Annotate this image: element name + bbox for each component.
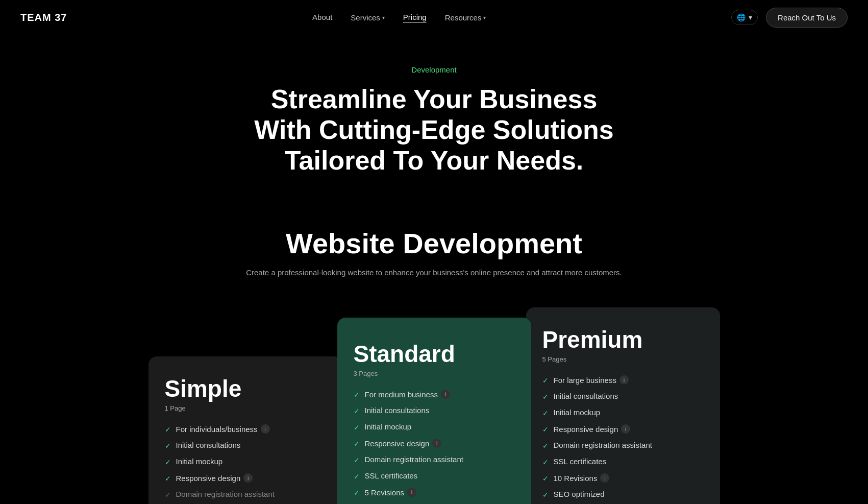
nav-right: 🌐 ▾ Reach Out To Us xyxy=(731,8,848,28)
feature-text: SSL certificates xyxy=(554,457,607,466)
list-item: ✓ SSL certificates xyxy=(542,457,704,466)
plan-pages-standard: 3 Pages xyxy=(354,370,515,377)
list-item: ✓ Responsive design i xyxy=(354,439,515,448)
feature-text: Initial consultations xyxy=(365,406,430,415)
list-item: ✓ For medium business i xyxy=(354,390,515,399)
nav-item-resources[interactable]: Resources ▾ xyxy=(445,13,486,22)
nav-link-pricing[interactable]: Pricing xyxy=(403,13,427,21)
info-icon[interactable]: i xyxy=(432,439,441,448)
check-icon: ✓ xyxy=(165,442,171,450)
nav-item-pricing[interactable]: Pricing xyxy=(403,13,427,22)
plan-card-simple: Simple 1 Page ✓ For individuals/business… xyxy=(148,356,342,504)
chevron-down-icon: ▾ xyxy=(382,15,385,20)
feature-text: Initial consultations xyxy=(176,441,241,449)
feature-list-premium: ✓ For large business i ✓ Initial consult… xyxy=(542,375,704,499)
lang-chevron: ▾ xyxy=(749,13,752,21)
plan-name-premium: Premium xyxy=(542,326,704,353)
plan-card-standard: Standard 3 Pages ✓ For medium business i… xyxy=(337,318,531,504)
list-item: ✓ 10 Revisions i xyxy=(542,473,704,483)
check-icon: ✓ xyxy=(542,491,549,499)
list-item: ✓ For large business i xyxy=(542,375,704,385)
nav-item-about[interactable]: About xyxy=(312,13,332,22)
pricing-section: Website Development Create a professiona… xyxy=(0,217,868,504)
feature-text: 10 Revisions i xyxy=(554,473,610,483)
pricing-cards: Simple 1 Page ✓ For individuals/business… xyxy=(31,307,837,504)
plan-pages-premium: 5 Pages xyxy=(542,355,704,363)
feature-text: Domain registration assistant xyxy=(365,455,463,464)
pricing-title: Website Development xyxy=(31,227,837,260)
info-icon[interactable]: i xyxy=(441,390,450,399)
feature-text: For large business i xyxy=(554,375,629,385)
info-icon[interactable]: i xyxy=(261,424,270,434)
feature-text: Responsive design i xyxy=(176,473,253,483)
check-icon: ✓ xyxy=(542,458,549,466)
info-icon[interactable]: i xyxy=(407,488,416,497)
info-icon[interactable]: i xyxy=(621,424,630,434)
hero-title-line2: With Cutting-Edge Solutions xyxy=(254,115,613,145)
check-icon: ✓ xyxy=(354,472,360,481)
check-icon: ✓ xyxy=(354,489,360,497)
list-item: ✓ Initial consultations xyxy=(165,441,326,450)
feature-text: Domain registration assistant xyxy=(176,490,275,498)
pricing-subtitle: Create a professional-looking website to… xyxy=(31,268,837,277)
brand-name: TEAM 37 xyxy=(20,12,67,23)
nav-item-services[interactable]: Services ▾ xyxy=(351,13,385,22)
reach-out-button[interactable]: Reach Out To Us xyxy=(766,8,848,28)
check-icon: ✓ xyxy=(354,391,360,399)
check-icon: ✓ xyxy=(354,440,360,448)
feature-text: Responsive design i xyxy=(365,439,442,448)
feature-text: Initial mockup xyxy=(365,422,412,431)
list-item: ✓ Responsive design i xyxy=(542,424,704,434)
list-item: ✓ Initial mockup xyxy=(165,457,326,466)
list-item: ✓ Initial mockup xyxy=(542,408,704,417)
logo: TEAM 37 xyxy=(20,12,67,23)
list-item: ✓ Domain registration assistant xyxy=(354,455,515,464)
feature-text: For individuals/business i xyxy=(176,424,270,434)
check-icon: ✓ xyxy=(542,474,549,483)
list-item: ✓ Responsive design i xyxy=(165,473,326,483)
language-selector[interactable]: 🌐 ▾ xyxy=(731,10,758,25)
check-icon: ✓ xyxy=(165,458,171,466)
plan-name-standard: Standard xyxy=(354,340,515,368)
nav-link-services[interactable]: Services xyxy=(351,13,380,22)
list-item: ✓ Domain registration assistant xyxy=(542,441,704,450)
feature-list-simple: ✓ For individuals/business i ✓ Initial c… xyxy=(165,424,326,499)
feature-text: Initial mockup xyxy=(554,408,601,417)
list-item: ✓ Initial consultations xyxy=(542,392,704,401)
check-icon: ✓ xyxy=(354,407,360,415)
check-icon: ✓ xyxy=(354,423,360,431)
check-icon: ✓ xyxy=(542,425,549,434)
navbar: TEAM 37 About Services ▾ Pricing Resourc… xyxy=(0,0,868,35)
check-icon: ✓ xyxy=(542,393,549,401)
plan-card-premium: Premium 5 Pages ✓ For large business i ✓… xyxy=(526,307,720,504)
nav-links: About Services ▾ Pricing Resources ▾ xyxy=(312,13,486,22)
nav-link-about[interactable]: About xyxy=(312,13,332,21)
list-item: ✓ For individuals/business i xyxy=(165,424,326,434)
feature-text: Initial mockup xyxy=(176,457,223,466)
info-icon[interactable]: i xyxy=(600,473,609,483)
feature-list-standard: ✓ For medium business i ✓ Initial consul… xyxy=(354,390,515,497)
feature-text: Domain registration assistant xyxy=(554,441,652,449)
feature-text: SSL certificates xyxy=(365,471,418,480)
globe-icon: 🌐 xyxy=(737,13,746,21)
hero-section: Development Streamline Your Business Wit… xyxy=(0,35,868,217)
feature-text: For medium business i xyxy=(365,390,450,399)
plan-name-simple: Simple xyxy=(165,375,326,402)
chevron-down-icon: ▾ xyxy=(483,15,486,20)
info-icon[interactable]: i xyxy=(243,473,253,483)
list-item: ✓ SSL certificates xyxy=(354,471,515,481)
list-item: ✓ Initial consultations xyxy=(354,406,515,415)
check-icon: ✓ xyxy=(165,491,171,499)
nav-link-resources[interactable]: Resources xyxy=(445,13,482,22)
check-icon: ✓ xyxy=(165,474,171,483)
list-item: ✓ 5 Revisions i xyxy=(354,488,515,497)
list-item: ✓ Domain registration assistant xyxy=(165,490,326,499)
info-icon[interactable]: i xyxy=(619,375,629,385)
check-icon: ✓ xyxy=(542,376,549,385)
hero-title-line1: Streamline Your Business xyxy=(271,84,598,114)
feature-text: 5 Revisions i xyxy=(365,488,417,497)
check-icon: ✓ xyxy=(165,425,171,434)
hero-tag: Development xyxy=(10,65,858,74)
check-icon: ✓ xyxy=(354,456,360,464)
check-icon: ✓ xyxy=(542,442,549,450)
